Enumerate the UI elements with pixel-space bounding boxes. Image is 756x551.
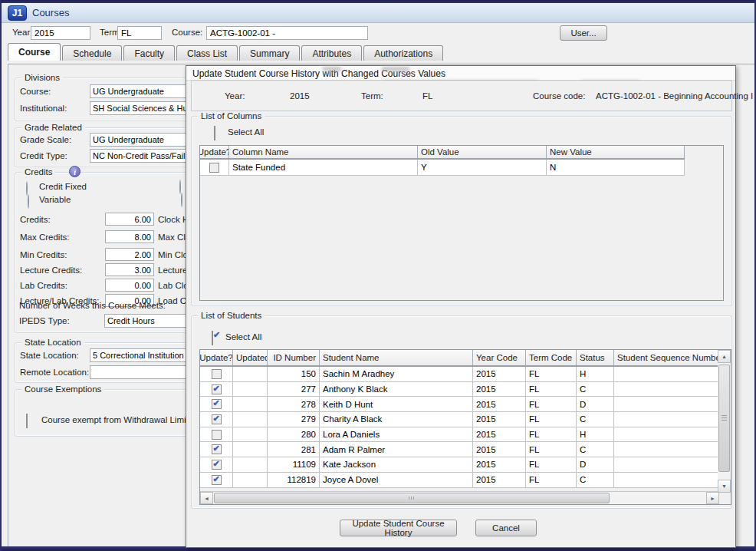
student-row[interactable]: 11109Kate Jackson2015FLD <box>200 457 719 473</box>
scroll-left-icon[interactable]: ◄ <box>200 492 213 504</box>
columns-table-header: Update? Column Name Old Value New Value <box>200 146 685 160</box>
students-select-all-checkbox[interactable] <box>212 331 213 345</box>
dialog-course-code-label: Course code: <box>533 91 585 101</box>
dialog-year-value: 2015 <box>290 91 310 101</box>
row-update-checkbox[interactable] <box>212 414 222 424</box>
col-header-update[interactable]: Update? <box>200 146 229 158</box>
vscroll-thumb[interactable] <box>718 365 730 472</box>
col-header-old-value[interactable]: Old Value <box>418 146 547 158</box>
student-row[interactable]: 150Sachin M Aradhey2015FLH <box>200 367 719 382</box>
term-input[interactable] <box>117 26 162 40</box>
column-row[interactable]: State FundedYN <box>200 160 685 176</box>
cell-update <box>200 367 233 381</box>
redacted-text <box>382 67 409 71</box>
cell-year-code: 2015 <box>473 442 526 457</box>
tab-faculty[interactable]: Faculty <box>123 45 175 61</box>
student-row[interactable]: 281Adam R Palmer2015FLC <box>200 442 719 457</box>
stu-header-status[interactable]: Status <box>577 350 614 365</box>
course-label: Course: <box>172 28 202 37</box>
cell-updated <box>233 442 268 457</box>
students-vscrollbar[interactable]: ▲ ▼ <box>718 350 731 493</box>
user-button[interactable]: User... <box>560 25 607 41</box>
course-input[interactable] <box>206 26 368 40</box>
cell-term-code: FL <box>526 382 577 397</box>
cell-status: D <box>577 397 614 411</box>
cell-status: D <box>577 457 614 472</box>
credit-field-label: Max Credits: <box>20 233 70 242</box>
withdrawal-exempt-checkbox[interactable] <box>26 414 28 428</box>
student-row[interactable]: 277Anthony K Black2015FLC <box>200 382 719 398</box>
credit-field-value[interactable]: 8.00 <box>105 230 154 243</box>
tab-course[interactable]: Course <box>8 43 61 61</box>
divisions-group-title: Divisions <box>21 73 63 82</box>
ipeds-label: IPEDS Type: <box>19 316 70 325</box>
tab-summary[interactable]: Summary <box>239 45 300 61</box>
cancel-button[interactable]: Cancel <box>475 520 537 536</box>
credit-fixed-radio[interactable] <box>26 181 28 196</box>
row-update-checkbox[interactable] <box>209 163 219 173</box>
cell-id-number: 150 <box>268 367 320 381</box>
clock-variable-radio[interactable] <box>181 193 182 207</box>
tab-schedule[interactable]: Schedule <box>62 45 122 61</box>
tab-class-list[interactable]: Class List <box>176 45 238 61</box>
scroll-up-icon[interactable]: ▲ <box>718 350 731 363</box>
student-row[interactable]: 279Charity A Black2015FLC <box>200 412 719 427</box>
columns-select-all-checkbox[interactable] <box>214 126 215 140</box>
row-update-checkbox[interactable] <box>212 444 222 454</box>
credit-field-value[interactable]: 3.00 <box>105 263 154 276</box>
credit-field-label: Lab Credits: <box>20 281 67 290</box>
student-row[interactable]: 278Keith D Hunt2015FLD <box>200 397 719 412</box>
cell-status: C <box>577 473 614 487</box>
year-input[interactable] <box>31 26 90 40</box>
student-row[interactable]: 112819Joyce A Dovel2015FLC <box>200 473 719 488</box>
cell-old-value: Y <box>418 160 547 175</box>
col-header-column-name[interactable]: Column Name <box>229 146 418 158</box>
row-update-checkbox[interactable] <box>212 369 222 379</box>
app-window: J1 Courses Year: Term: Course: User... C… <box>0 0 756 551</box>
tab-attributes[interactable]: Attributes <box>301 45 362 61</box>
credit-field-value[interactable]: 2.00 <box>105 248 154 261</box>
tab-strip: Course Schedule Faculty Class List Summa… <box>2 43 754 61</box>
stu-header-student-name[interactable]: Student Name <box>320 350 473 365</box>
cell-year-code: 2015 <box>473 473 526 487</box>
hscroll-thumb[interactable] <box>214 493 610 503</box>
stu-header-updated[interactable]: Updated <box>233 350 268 365</box>
update-student-course-history-button[interactable]: Update Student Course History <box>340 520 457 536</box>
credit-field-label: Lecture Credits: <box>20 266 82 275</box>
credit-field-value[interactable]: 6.00 <box>105 213 154 226</box>
year-label: Year: <box>12 28 32 37</box>
row-update-checkbox[interactable] <box>212 430 222 440</box>
info-icon[interactable]: i <box>69 166 81 177</box>
dialog-header-band: Year: 2015 Term: FL Course code: ACTG-10… <box>191 81 732 111</box>
row-update-checkbox[interactable] <box>212 475 222 485</box>
stu-header-update[interactable]: Update? <box>200 350 233 365</box>
cell-status: H <box>577 427 614 442</box>
cell-seq-number <box>614 457 719 472</box>
course-exemptions-group-title: Course Exemptions <box>21 384 104 394</box>
cell-status: C <box>577 412 614 427</box>
redacted-text <box>323 67 341 71</box>
j1-logo-icon: J1 <box>8 5 27 21</box>
tab-authorizations[interactable]: Authorizations <box>363 45 443 61</box>
student-row[interactable]: 280Lora A Daniels2015FLH <box>200 427 719 443</box>
col-header-new-value[interactable]: New Value <box>547 146 685 158</box>
stu-header-term-code[interactable]: Term Code <box>526 350 577 365</box>
stu-header-seq-number[interactable]: Student Sequence Number <box>614 350 719 365</box>
cell-student-name: Anthony K Black <box>320 382 473 397</box>
cell-update <box>200 457 233 472</box>
students-hscrollbar[interactable]: ◄ ► <box>200 491 719 504</box>
credit-field-value[interactable]: 0.00 <box>105 279 154 292</box>
clock-radio[interactable] <box>179 180 181 194</box>
row-update-checkbox[interactable] <box>212 384 222 394</box>
cell-status: H <box>577 367 614 381</box>
stu-header-year-code[interactable]: Year Code <box>473 350 526 365</box>
stu-header-id-number[interactable]: ID Number <box>268 350 320 365</box>
scroll-right-icon[interactable]: ► <box>706 492 719 504</box>
row-update-checkbox[interactable] <box>212 460 222 470</box>
ipeds-value[interactable]: Credit Hours <box>104 314 187 328</box>
variable-radio[interactable] <box>28 194 29 209</box>
scroll-down-icon[interactable]: ▼ <box>718 480 731 493</box>
cell-student-name: Sachin M Aradhey <box>320 367 473 381</box>
row-update-checkbox[interactable] <box>212 399 222 409</box>
cell-term-code: FL <box>526 427 577 442</box>
